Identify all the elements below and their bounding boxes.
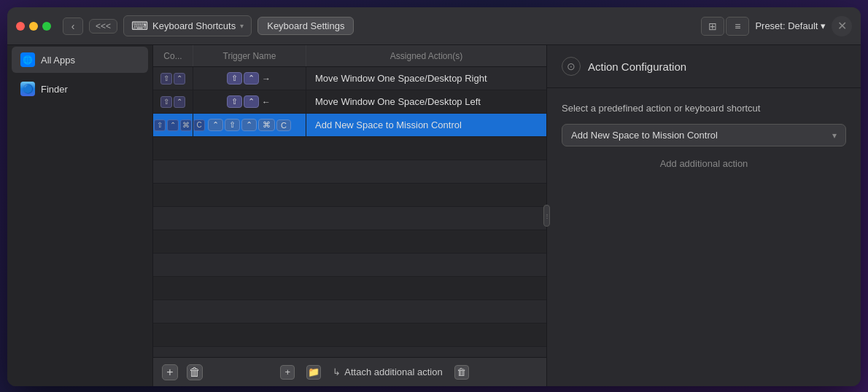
delete-icon: 🗑 [454,365,469,380]
col-shortcut-header: Co... [153,45,193,66]
row-1-action: Move Window One Space/Desktop Right [306,67,546,90]
row-2-action-text: Move Window One Space/Desktop Left [315,96,481,107]
trigger-keys-1: ⇧ ⌃ → [227,72,272,85]
empty-row [153,207,546,230]
empty-row [153,184,546,207]
table-row[interactable]: ⇧ ⌃ ⇧ ⌃ ← Move Window One Space/Desktop … [153,90,546,114]
trigger-key-char: C [276,119,291,131]
trigger-key-ctrl2: ⌃ [241,119,257,131]
panel-subtitle: Select a predefined action or keyboard s… [562,103,846,114]
right-panel-content: Select a predefined action or keyboard s… [547,88,861,386]
key-shift: ⇧ [154,119,166,131]
trigger-key-shift: ⇧ [227,95,242,108]
all-apps-icon: 🌐 [20,52,35,67]
panel-divider: ⋮ [546,45,547,386]
key-ctrl: ⌃ [174,73,185,85]
view-toggle: ⊞ ≡ [701,17,749,36]
col-action-header: Assigned Action(s) [306,45,546,66]
grid-icon: ⊞ [708,20,717,32]
divider-dots: ⋮ [544,213,550,219]
panel-close-button[interactable]: ✕ [832,16,852,36]
plus-icon: + [166,366,173,379]
table-row[interactable]: ⇧ ⌃ ⇧ ⌃ → Move Window One Space/Desktop … [153,67,546,90]
right-panel-header: ⊙ Action Configuration [547,45,861,88]
empty-row [153,230,546,254]
empty-row [153,160,546,184]
empty-row [153,277,546,300]
add-additional-action-link[interactable]: Add additional action [562,154,846,173]
delete-action-button[interactable]: 🗑 [454,365,469,380]
footer-center-actions: + 📁 ↳ Attach additional action 🗑 [212,365,538,380]
list-view-button[interactable]: ≡ [726,17,749,36]
right-panel: ⊙ Action Configuration Select a predefin… [547,45,861,386]
row-3-shortcut: ⌃ ⇧ ⌃ ⌘ C [153,114,193,136]
table-header: Co... Trigger Name Assigned Action(s) [153,45,546,67]
trigger-keys-3: ⌃ ⇧ ⌃ ⌘ C [208,119,291,131]
col-trigger-header: Trigger Name [193,45,306,66]
row-3-action: Add New Space to Mission Control [306,114,546,136]
keyboard-settings-button[interactable]: Keyboard Settings [257,17,354,35]
empty-row [153,137,546,160]
key-ctrl2: ⌃ [167,119,179,131]
dropdown-chevron-icon: ▾ [832,130,837,141]
add-icon: + [280,365,295,380]
dropdown-value: Add New Space to Mission Control [571,130,718,141]
attach-text: Attach additional action [344,366,442,377]
trigger-key-ctrl: ⌃ [244,95,259,108]
trigger-key-ctrl: ⌃ [244,72,259,85]
preset-selector[interactable]: Preset: Default ▾ [755,20,826,31]
empty-row [153,324,546,347]
settings-circle-icon: ⊙ [567,60,576,72]
breadcrumb-back[interactable]: <<< [89,19,117,34]
maximize-button[interactable] [42,22,51,31]
add-shortcut-button[interactable]: + [162,364,178,380]
row-1-shortcut: ⇧ ⌃ [153,67,193,90]
preset-label: Preset: Default ▾ [755,20,826,31]
back-button[interactable]: ‹ [63,17,83,35]
row-1-trigger: ⇧ ⌃ → [193,67,306,90]
row-2-shortcut: ⇧ ⌃ [153,90,193,113]
empty-row [153,254,546,277]
close-button[interactable] [16,22,25,31]
action-dropdown[interactable]: Add New Space to Mission Control ▾ [562,124,846,146]
settings-label: Keyboard Settings [267,20,344,31]
table-footer: + 🗑 + 📁 ↳ Attach additional action [153,357,546,386]
config-icon: ⊙ [562,57,581,76]
row-2-trigger: ⇧ ⌃ ← [193,90,306,113]
keyboard-selector[interactable]: ⌨ Keyboard Shortcuts ▾ [123,15,252,36]
shortcut-header-label: Co... [163,51,182,61]
table-row[interactable]: ⌃ ⇧ ⌃ ⌘ C ⌃ ⇧ ⌃ ⌘ C [153,114,546,137]
empty-row [153,347,546,357]
sidebar: 🌐 All Apps 🔵 Finder [7,45,153,386]
key-shift: ⇧ [160,96,172,108]
trigger-arrow: ← [260,97,272,107]
folder-action-button[interactable]: 📁 [306,365,321,380]
finder-icon: 🔵 [20,82,35,96]
attach-action-button[interactable]: ↳ Attach additional action [333,366,442,377]
grid-view-button[interactable]: ⊞ [701,17,724,36]
trigger-keys-2: ⇧ ⌃ ← [227,95,272,108]
sidebar-item-finder[interactable]: 🔵 Finder [12,76,148,102]
key-ctrl: ⌃ [174,96,185,108]
keyboard-icon: ⌨ [131,19,148,33]
add-action-button[interactable]: + [280,365,295,380]
divider-handle[interactable]: ⋮ [543,205,550,227]
key-cmd: ⌘ [180,119,192,131]
chevron-down-icon: ▾ [240,22,244,30]
titlebar: ‹ <<< ⌨ Keyboard Shortcuts ▾ Keyboard Se… [7,7,861,45]
attach-label: ↳ [333,366,341,377]
trigger-key-shift: ⇧ [225,119,240,131]
delete-shortcut-button[interactable]: 🗑 [187,364,203,380]
minimize-button[interactable] [29,22,38,31]
table-body: ⇧ ⌃ ⇧ ⌃ → Move Window One Space/Desktop … [153,67,546,357]
trigger-arrow: → [260,74,272,84]
folder-icon: 📁 [306,365,321,380]
all-apps-label: All Apps [41,55,75,66]
main-content: 🌐 All Apps 🔵 Finder Co... Trigger Name A… [7,45,861,386]
main-window: ‹ <<< ⌨ Keyboard Shortcuts ▾ Keyboard Se… [7,7,861,386]
trigger-key-cmd: ⌘ [258,119,275,131]
keyboard-title: Keyboard Shortcuts [152,20,236,31]
sidebar-item-all-apps[interactable]: 🌐 All Apps [12,47,148,73]
trigger-key-shift: ⇧ [227,72,242,85]
back-label: <<< [96,21,111,31]
